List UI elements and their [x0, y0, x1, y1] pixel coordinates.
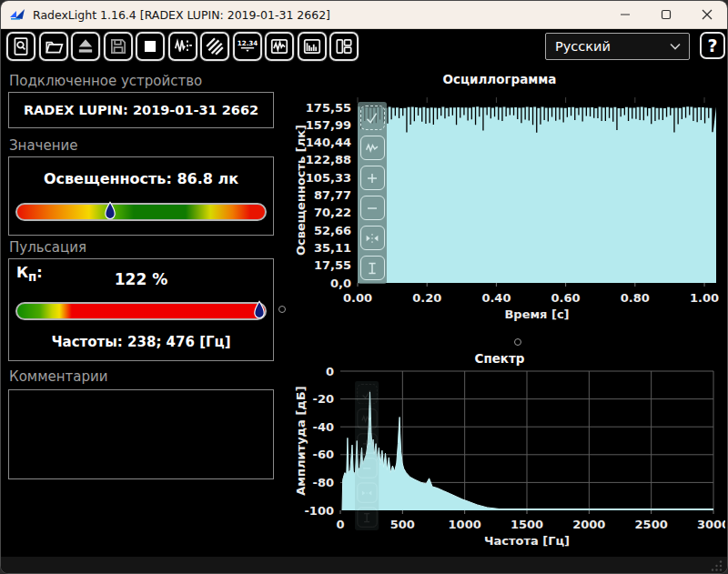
check-icon [363, 109, 381, 127]
y-axis-label: Освещенность [лк] [294, 125, 308, 256]
x-tick-label: 2500 [635, 518, 668, 531]
pulsation-waveform-icon [173, 36, 193, 56]
autoscale-toggle-button[interactable] [360, 106, 385, 130]
chevron-down-icon [670, 43, 681, 50]
device-box: RADEX LUPIN: 2019-01-31 2662 [8, 92, 274, 128]
value-box [8, 156, 274, 236]
help-button[interactable]: ? [700, 32, 725, 59]
x-tick-label: 1500 [511, 518, 543, 531]
spectrum-view-icon [302, 36, 322, 56]
frequencies-reading: Частоты: 238; 476 [Гц] [8, 334, 274, 350]
kp-value: 122 % [8, 270, 274, 288]
titlebar[interactable]: RadexLight 1.16.4 [RADEX LUPIN: 2019-01-… [1, 1, 727, 29]
x-tick-label: 2000 [572, 518, 605, 531]
pulsation-waveform-button[interactable] [168, 32, 197, 61]
language-select[interactable]: Русский [545, 33, 690, 60]
oscillogram-title: Осциллограмма [290, 72, 709, 86]
chart-splitter-handle[interactable] [514, 338, 521, 346]
resize-grip[interactable] [711, 559, 723, 571]
y-axis-label: Амплитуда [дБ] [294, 386, 308, 495]
x-axis-label: Частота [Гц] [484, 534, 570, 548]
layout-panels-icon [334, 36, 354, 56]
x-tick-label: 0.00 [343, 291, 372, 305]
open-file-icon [44, 36, 64, 56]
window-title: RadexLight 1.16.4 [RADEX LUPIN: 2019-01-… [33, 8, 330, 22]
y-tick-label: -20 [313, 392, 335, 406]
x-tick-label: 1.00 [690, 291, 719, 305]
close-icon [702, 9, 713, 20]
y-tick-label: 17,55 [314, 258, 351, 272]
minimize-icon [620, 9, 631, 20]
x-tick-label: 3000 [697, 518, 725, 531]
pulsation-scale-bar [15, 302, 267, 320]
oscillogram-view-button[interactable] [265, 32, 294, 61]
illuminance-marker [105, 201, 116, 221]
y-tick-label: -80 [313, 476, 335, 489]
pulsation-marker [254, 300, 265, 320]
y-tick-label: 140,44 [306, 136, 351, 149]
minus-icon [363, 199, 381, 217]
pulsation-section-label: Пульсация [9, 239, 86, 256]
app-window: RadexLight 1.16.4 [RADEX LUPIN: 2019-01-… [0, 0, 728, 574]
device-section-label: Подключенное устройство [9, 73, 202, 89]
y-tick-label: 0,0 [330, 277, 351, 290]
y-tick-label: -60 [313, 448, 335, 461]
layout-panels-button[interactable] [329, 32, 359, 61]
save-icon [108, 36, 128, 56]
y-tick-label: 157,99 [306, 118, 351, 132]
oscillogram-waveform [358, 106, 716, 283]
app-logo-icon [10, 8, 25, 22]
y-tick-label: -40 [313, 420, 335, 434]
fit-horizontal-icon [363, 229, 381, 247]
x-tick-label: 1000 [449, 518, 481, 531]
hatch-icon [205, 36, 225, 56]
eject-read-device-button[interactable] [71, 32, 100, 61]
illuminance-reading: Освещенность: 86.8 лк [8, 170, 274, 187]
x-tick-label: 0.60 [551, 291, 581, 305]
y-tick-label: 175,55 [306, 101, 351, 115]
document-search-button[interactable] [6, 32, 35, 61]
x-tick-label: 500 [390, 518, 415, 531]
y-tick-label: 0 [326, 365, 334, 378]
spectrum-view-button[interactable] [298, 32, 327, 61]
hatch-mode-button[interactable] [200, 32, 229, 61]
numeric-display-button[interactable]: 12.34 [233, 32, 262, 61]
spectrum-chart[interactable]: 0500100015002000250030000-20-40-60-80-10… [290, 363, 725, 556]
fit-horizontal-button[interactable] [360, 226, 385, 250]
maximize-button[interactable] [645, 1, 686, 28]
window-controls [604, 1, 727, 28]
zoom-in-button[interactable] [360, 166, 385, 190]
y-tick-label: 122,88 [306, 153, 351, 166]
panel-splitter-handle[interactable] [278, 306, 286, 313]
status-bar [1, 557, 728, 574]
main-toolbar: 12.34 [6, 32, 359, 61]
fit-window-button[interactable] [360, 136, 385, 160]
comments-input[interactable] [8, 389, 274, 479]
open-file-button[interactable] [39, 32, 68, 61]
eject-icon [76, 36, 96, 56]
comments-section-label: Комментарии [9, 368, 107, 385]
y-tick-label: 105,33 [306, 171, 351, 185]
stop-icon [140, 36, 160, 56]
y-tick-label: 87,77 [314, 188, 351, 202]
y-tick-label: -100 [304, 504, 334, 518]
y-tick-label: 70,22 [314, 206, 351, 219]
minimize-button[interactable] [604, 1, 645, 28]
oscillogram-chart[interactable]: 0.000.200.400.600.801.00175,55157,99140,… [290, 88, 725, 321]
save-button[interactable] [104, 32, 133, 61]
fit-vertical-button[interactable] [360, 256, 385, 280]
zoom-out-button[interactable] [360, 196, 385, 220]
x-tick-label: 0.80 [621, 291, 650, 305]
illuminance-scale [15, 203, 267, 221]
wave-window-icon [363, 139, 381, 157]
x-tick-label: 0 [336, 518, 344, 531]
language-select-value: Русский [555, 39, 611, 54]
close-button[interactable] [686, 1, 727, 28]
i-beam-icon [363, 259, 381, 277]
svg-text:12.34: 12.34 [238, 39, 258, 47]
illuminance-scale-bar [15, 203, 267, 221]
stop-button[interactable] [136, 32, 165, 61]
x-axis-label: Время [с] [504, 307, 569, 321]
device-name: RADEX LUPIN: 2019-01-31 2662 [24, 103, 258, 117]
x-tick-label: 0.20 [412, 291, 441, 305]
